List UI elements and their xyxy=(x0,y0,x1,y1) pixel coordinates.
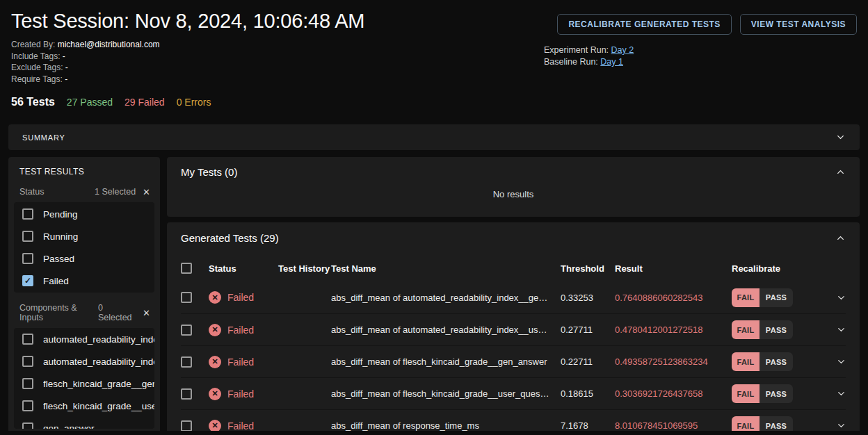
include-tags-line: Include Tags: - xyxy=(11,51,364,63)
column-header-test-name: Test Name xyxy=(331,263,561,274)
require-tags-value: - xyxy=(65,74,67,84)
status-cell: ✕ Failed xyxy=(209,420,278,432)
chevron-down-icon[interactable] xyxy=(836,356,846,367)
result-value: 0.49358725123863234 xyxy=(615,356,732,367)
pass-button[interactable]: PASS xyxy=(760,352,793,371)
chevron-down-icon[interactable] xyxy=(836,325,846,335)
fail-button[interactable]: FAIL xyxy=(732,320,760,339)
filter-option-passed[interactable]: Passed xyxy=(14,247,154,270)
baseline-run-link[interactable]: Day 1 xyxy=(600,57,623,67)
row-checkbox[interactable] xyxy=(181,325,192,336)
threshold-value: 0.22711 xyxy=(561,356,615,367)
status-filter-list: Pending Running Passed ✓ Failed xyxy=(14,202,154,293)
checkbox-unchecked[interactable] xyxy=(22,334,33,345)
my-tests-header[interactable]: My Tests (0) xyxy=(181,166,846,178)
filter-option-running[interactable]: Running xyxy=(14,225,154,247)
table-header-row: Status Test History Test Name Threshold … xyxy=(181,261,846,275)
test-name: abs_diff_mean of automated_readability_i… xyxy=(331,293,561,303)
session-meta: Created By: michael@distributional.com I… xyxy=(11,39,364,85)
generated-tests-header[interactable]: Generated Tests (29) xyxy=(181,232,846,244)
fail-button[interactable]: FAIL xyxy=(732,384,760,403)
chevron-down-icon[interactable] xyxy=(836,420,846,431)
filter-option-component[interactable]: automated_readability_index__gen_answer xyxy=(14,328,154,350)
fail-button[interactable]: FAIL xyxy=(732,416,760,431)
filter-option-component[interactable]: flesch_kincaid_grade__user_question xyxy=(14,395,154,417)
checkbox-unchecked[interactable] xyxy=(22,356,33,367)
checkbox-unchecked[interactable] xyxy=(22,208,33,220)
failed-circle-x-icon: ✕ xyxy=(209,324,221,336)
chevron-up-icon[interactable] xyxy=(835,233,846,243)
chevron-up-icon[interactable] xyxy=(835,167,846,177)
column-header-result: Result xyxy=(615,263,732,274)
column-header-threshold: Threshold xyxy=(561,263,615,274)
components-clear-icon[interactable]: ✕ xyxy=(143,309,150,318)
baseline-run-line: Baseline Run: Day 1 xyxy=(544,56,857,68)
status-label: Failed xyxy=(227,388,254,400)
recalibrate-toggle: FAIL PASS xyxy=(732,320,836,339)
sidebar-title: TEST RESULTS xyxy=(14,167,154,177)
filter-option-component[interactable]: gen_answer xyxy=(14,417,154,429)
baseline-run-label: Baseline Run: xyxy=(544,57,600,67)
threshold-value: 7.1678 xyxy=(561,420,615,431)
my-tests-panel: My Tests (0) No results xyxy=(167,157,860,217)
table-row: ✕ Failed abs_diff_mean of automated_read… xyxy=(181,281,846,313)
failed-circle-x-icon: ✕ xyxy=(209,356,221,368)
components-filter-list: automated_readability_index__gen_answer … xyxy=(14,328,154,429)
test-name: abs_diff_mean of response_time_ms xyxy=(331,420,561,431)
checkbox-unchecked[interactable] xyxy=(22,422,33,429)
row-checkbox[interactable] xyxy=(181,356,192,368)
row-checkbox[interactable] xyxy=(181,388,192,400)
checkbox-unchecked[interactable] xyxy=(22,400,33,411)
run-links: Experiment Run: Day 2 Baseline Run: Day … xyxy=(544,44,857,68)
filter-option-label: flesch_kincaid_grade__user_question xyxy=(43,401,154,411)
threshold-value: 0.33253 xyxy=(561,293,615,303)
row-checkbox[interactable] xyxy=(181,420,192,432)
pass-button[interactable]: PASS xyxy=(760,320,793,339)
table-row: ✕ Failed abs_diff_mean of flesch_kincaid… xyxy=(181,377,846,409)
status-filter-label: Status xyxy=(19,187,44,197)
view-test-analysis-button[interactable]: VIEW TEST ANALYSIS xyxy=(740,14,857,35)
pass-button[interactable]: PASS xyxy=(760,384,793,403)
pass-button[interactable]: PASS xyxy=(760,416,793,431)
chevron-down-icon[interactable] xyxy=(835,132,846,142)
experiment-run-link[interactable]: Day 2 xyxy=(611,45,634,55)
threshold-value: 0.27711 xyxy=(561,325,615,335)
summary-label: SUMMARY xyxy=(22,133,65,142)
checkbox-unchecked[interactable] xyxy=(22,378,33,389)
recalibrate-toggle: FAIL PASS xyxy=(732,352,836,371)
recalibrate-generated-tests-button[interactable]: RECALIBRATE GENERATED TESTS xyxy=(557,14,731,35)
pass-button[interactable]: PASS xyxy=(760,288,793,307)
checkbox-unchecked[interactable] xyxy=(22,231,33,242)
table-body: ✕ Failed abs_diff_mean of automated_read… xyxy=(181,281,846,431)
row-checkbox[interactable] xyxy=(181,292,192,303)
filter-option-pending[interactable]: Pending xyxy=(14,203,154,225)
filter-option-label: Failed xyxy=(43,276,154,286)
status-cell: ✕ Failed xyxy=(209,356,278,368)
recalibrate-toggle: FAIL PASS xyxy=(732,384,836,403)
filter-option-component[interactable]: flesch_kincaid_grade__gen_answer xyxy=(14,372,154,395)
checkbox-unchecked[interactable] xyxy=(22,253,33,264)
summary-accordion[interactable]: SUMMARY xyxy=(8,124,860,150)
passed-count: 27 Passed xyxy=(67,97,113,108)
status-cell: ✕ Failed xyxy=(209,324,278,336)
filter-option-label: gen_answer xyxy=(43,423,154,429)
page-header: Test Session: Nov 8, 2024, 10:06:48 AM C… xyxy=(0,0,868,85)
components-selected-count: 0 Selected xyxy=(98,303,136,322)
select-all-checkbox[interactable] xyxy=(181,263,192,274)
test-name: abs_diff_mean of automated_readability_i… xyxy=(331,325,561,335)
filter-option-component[interactable]: automated_readability_index__user_questi… xyxy=(14,350,154,372)
filter-option-failed[interactable]: ✓ Failed xyxy=(14,270,154,292)
fail-button[interactable]: FAIL xyxy=(732,352,760,371)
status-label: Failed xyxy=(227,356,254,368)
threshold-value: 0.18615 xyxy=(561,388,615,399)
chevron-down-icon[interactable] xyxy=(836,293,846,303)
require-tags-label: Require Tags: xyxy=(11,74,65,84)
fail-button[interactable]: FAIL xyxy=(732,288,760,307)
checkbox-checked[interactable]: ✓ xyxy=(22,275,33,286)
results-main: My Tests (0) No results Generated Tests … xyxy=(167,157,860,431)
recalibrate-toggle: FAIL PASS xyxy=(732,288,836,307)
column-header-recalibrate: Recalibrate xyxy=(732,263,836,274)
status-clear-icon[interactable]: ✕ xyxy=(143,188,150,197)
experiment-run-line: Experiment Run: Day 2 xyxy=(544,44,857,56)
chevron-down-icon[interactable] xyxy=(836,388,846,399)
